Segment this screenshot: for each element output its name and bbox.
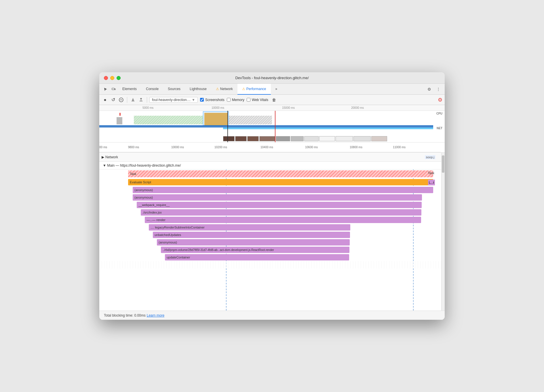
screenshot-10 xyxy=(353,136,371,141)
screenshot-6 xyxy=(291,136,304,141)
flame-row-anonymous2: (anonymous) xyxy=(99,194,441,201)
ruler-10000: 10000 ms xyxy=(212,106,224,109)
device-toggle-icon[interactable] xyxy=(110,85,118,93)
flame-row-rbd: ../rbd/pnpm-volume/28d7f85f-31d7-4fd8-ab… xyxy=(99,246,441,254)
reload-button[interactable]: ↺ xyxy=(110,96,117,103)
content-main: ▶ Network soop.j ▼ Main — https://foul-h… xyxy=(99,153,441,311)
screenshot-1 xyxy=(223,136,235,141)
flame-bar-task[interactable]: Task xyxy=(128,170,433,177)
vertical-scrollbar[interactable] xyxy=(441,153,445,311)
flame-row-legacy-render: .... legacyRenderSubtreeIntoContainer xyxy=(99,224,441,231)
tab-lighthouse[interactable]: Lighthouse xyxy=(185,84,211,95)
titlebar: DevTools - foul-heavenly-direction.glitc… xyxy=(99,72,445,84)
performance-warning-icon: ⚠ xyxy=(242,87,245,91)
timeline-tracks: CPU NET xyxy=(99,111,445,142)
main-thread-label: ▼ Main — https://foul-heavenly-direction… xyxy=(103,163,181,168)
net-bar-blue xyxy=(99,125,433,128)
flame-row-unbatched: unbatchedUpdates xyxy=(99,231,441,239)
flame-row-webpack: __webpack_require__ xyxy=(99,201,441,209)
minimize-button[interactable] xyxy=(110,76,114,80)
screenshot-11 xyxy=(371,136,387,141)
settings-icon[interactable]: ⚙ xyxy=(425,85,433,93)
clear-button[interactable] xyxy=(118,96,125,103)
tab-performance[interactable]: ⚠ Performance xyxy=(237,84,271,95)
cpu-peak-1 xyxy=(119,113,121,116)
flame-bar-update-container[interactable]: updateContainer xyxy=(165,254,349,260)
export-button[interactable] xyxy=(138,96,144,103)
web-vitals-checkbox-label[interactable]: Web Vitals xyxy=(247,98,268,102)
import-button[interactable] xyxy=(130,96,136,103)
url-selector[interactable]: foul-heavenly-direction.... ▼ xyxy=(149,97,198,103)
learn-more-link[interactable]: Learn more xyxy=(147,313,164,317)
zoom-mark-10600: 10600 ms xyxy=(305,146,318,149)
ruler-15000: 15000 ms xyxy=(282,106,295,109)
web-vitals-checkbox[interactable] xyxy=(247,98,250,102)
network-soop-ref: soop.j xyxy=(425,155,435,159)
screenshots-checkbox[interactable] xyxy=(200,98,204,102)
task-right-label: Task xyxy=(428,171,434,175)
zoomed-timeline: 00 ms 9800 ms 10000 ms 10200 ms 10400 ms… xyxy=(99,142,445,153)
tab-elements[interactable]: Elements xyxy=(118,84,141,95)
more-options-icon[interactable]: ⋮ xyxy=(434,85,442,93)
zoom-mark-10200: 10200 ms xyxy=(214,146,227,149)
zoom-mark-10800: 10800 ms xyxy=(350,146,362,149)
flame-bar-anonymous3[interactable]: (anonymous) xyxy=(157,239,350,246)
tab-settings-area: ⚙ ⋮ xyxy=(425,85,442,93)
flame-row-evaluate: Evaluate Script L...t xyxy=(99,178,441,186)
flame-bar-unbatched[interactable]: unbatchedUpdates xyxy=(153,232,350,238)
window-title: DevTools - foul-heavenly-direction.glitc… xyxy=(104,76,440,80)
tab-more[interactable]: » xyxy=(271,84,282,95)
screenshot-7 xyxy=(304,136,319,141)
memory-checkbox-label[interactable]: Memory xyxy=(227,98,244,102)
toolbar: ● ↺ foul-heavenly-directi xyxy=(99,95,445,105)
toolbar-separator-1 xyxy=(127,97,127,103)
cpu-selection xyxy=(203,111,229,126)
maximize-button[interactable] xyxy=(117,76,121,80)
ruler-20000: 20000 ms xyxy=(351,106,364,109)
flame-bar-legacy-render[interactable]: .... legacyRenderSubtreeIntoContainer xyxy=(149,224,350,231)
capture-settings-icon[interactable]: ⚙ xyxy=(438,97,442,103)
overview-timeline[interactable]: 5000 ms 10000 ms 15000 ms 20000 ms CPU N… xyxy=(99,105,445,142)
screenshot-9 xyxy=(336,136,353,141)
network-toggle[interactable]: ▶ Network xyxy=(102,155,118,159)
screenshot-4 xyxy=(259,136,275,141)
flame-row-truncated xyxy=(99,261,441,269)
screenshot-5 xyxy=(276,136,290,141)
flame-bar-anonymous1[interactable]: (anonymous) xyxy=(133,187,433,193)
flame-bar-anonymous2[interactable]: (anonymous) xyxy=(133,194,422,201)
flame-bar-evaluate-script[interactable]: Evaluate Script xyxy=(128,179,433,185)
svg-rect-1 xyxy=(115,89,115,90)
chevron-down-icon: ▼ xyxy=(192,98,195,102)
network-toggle-icon: ▶ xyxy=(102,155,104,159)
network-warning-icon: ⚠ xyxy=(216,87,219,91)
ruler-5000: 5000 ms xyxy=(142,106,153,109)
network-section: ▶ Network soop.j xyxy=(99,153,441,162)
flame-bar-webpack[interactable]: __webpack_require__ xyxy=(137,202,422,208)
screenshots-strip xyxy=(223,136,433,141)
flame-row-render1: —...— render xyxy=(99,216,441,224)
flame-bar-rbd[interactable]: ../rbd/pnpm-volume/28d7f85f-31d7-4fd8-ab… xyxy=(161,247,349,253)
screenshots-checkbox-label[interactable]: Screenshots xyxy=(200,98,225,102)
memory-checkbox[interactable] xyxy=(227,98,231,102)
zoom-mark-9800: 9800 ms xyxy=(128,146,139,149)
screenshot-2 xyxy=(235,136,247,141)
screenshot-8 xyxy=(319,136,335,141)
cpu-label: CPU xyxy=(436,112,442,115)
cpu-bar-4 xyxy=(229,116,272,124)
scrollbar-thumb[interactable] xyxy=(442,155,444,173)
traffic-lights xyxy=(104,76,121,80)
close-button[interactable] xyxy=(104,76,108,80)
tab-sources[interactable]: Sources xyxy=(163,84,185,95)
timeline-ruler: 5000 ms 10000 ms 15000 ms 20000 ms xyxy=(99,105,445,111)
record-button[interactable]: ● xyxy=(102,96,109,103)
flame-row-update-container: updateContainer xyxy=(99,254,441,261)
tab-network[interactable]: ⚠ Network xyxy=(211,84,237,95)
total-blocking-time: Total blocking time: 0.00ms xyxy=(104,313,146,317)
flame-row-anonymous1: (anonymous) xyxy=(99,186,441,194)
cursor-icon[interactable] xyxy=(102,85,110,93)
flame-bar-src-index[interactable]: ./src/index.jsx xyxy=(141,209,421,216)
flame-bar-render1[interactable]: —...— render xyxy=(145,217,421,223)
zoomed-ruler: 00 ms 9800 ms 10000 ms 10200 ms 10400 ms… xyxy=(99,142,441,152)
trash-button[interactable]: 🗑 xyxy=(271,96,277,103)
tab-console[interactable]: Console xyxy=(141,84,163,95)
